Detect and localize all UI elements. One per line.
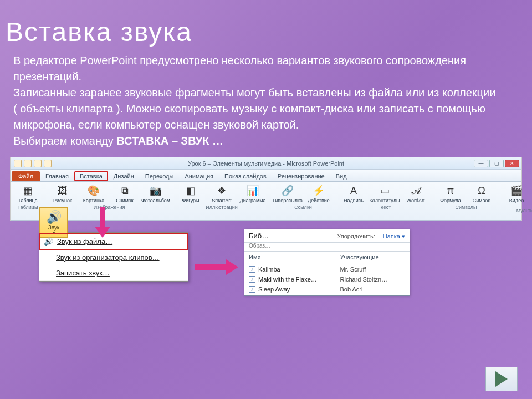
ribbon-body: ▦ Таблица Таблицы 🖼Рисунок 🎨Картинка ⧉Сн… — [11, 182, 521, 221]
album-icon: 📷 — [149, 183, 163, 198]
group-title: Ссылки — [294, 204, 312, 210]
lower-area: 🔊 Звук ▾ 🔊 Звук из файла… Звук из органи… — [0, 232, 532, 360]
btn-chart[interactable]: 📊Диаграмма — [239, 183, 267, 203]
btn-hyperlink[interactable]: 🔗Гиперссылка — [274, 183, 301, 203]
textbox-icon: A — [346, 183, 361, 198]
tab-transitions[interactable]: Переходы — [140, 171, 180, 181]
arrow-icon — [100, 207, 110, 238]
play-icon — [495, 371, 508, 387]
speaker-icon: 🔊 — [44, 237, 53, 246]
btn-screenshot[interactable]: ⧉Снимок — [111, 183, 139, 203]
close-button[interactable]: ✕ — [505, 160, 519, 167]
group-media: 🎬Видео 🔊Звук Мультимедиа — [499, 182, 532, 220]
qat-item[interactable] — [34, 160, 42, 167]
symbol-icon: Ω — [474, 183, 489, 198]
tab-insert[interactable]: Вставка — [74, 171, 108, 181]
qat-item[interactable] — [24, 160, 32, 167]
menu-sound-from-organizer[interactable]: Звук из организатора клипов… — [39, 250, 188, 265]
sound-button-label: Звук — [40, 224, 67, 231]
powerpoint-ribbon: Урок 6 – Элементы мультимедиа - Microsof… — [10, 157, 522, 221]
body-p2: Записанные заранее звуковые фрагменты мо… — [13, 86, 495, 131]
chart-icon: 📊 — [245, 183, 260, 198]
tab-home[interactable]: Главная — [40, 171, 74, 181]
qat-item[interactable] — [14, 160, 22, 167]
group-links: 🔗Гиперссылка ⚡Действие Ссылки — [270, 182, 336, 220]
body-p3-prefix: Выбираем команду — [13, 135, 116, 147]
btn-clipart[interactable]: 🎨Картинка — [80, 183, 108, 203]
breadcrumb[interactable]: Биб… — [249, 232, 269, 240]
tab-file[interactable]: Файл — [12, 171, 40, 181]
sound-dropdown-menu: 🔊 Звук ▾ 🔊 Звук из файла… Звук из органи… — [39, 232, 188, 282]
btn-wordart[interactable]: 𝒜WordArt — [402, 183, 429, 203]
list-item[interactable]: ♪Sleep Away Bob Acri — [244, 284, 410, 294]
col-name[interactable]: Имя — [249, 254, 340, 260]
table-icon: ▦ — [21, 183, 35, 198]
col-artist[interactable]: Участвующие — [340, 254, 406, 260]
smartart-icon: ❖ — [214, 183, 229, 198]
folder-dropdown[interactable]: Папка ▾ — [383, 233, 405, 240]
picture-icon: 🖼 — [55, 183, 70, 198]
video-icon: 🎬 — [509, 183, 524, 198]
screenshot-icon: ⧉ — [117, 183, 132, 198]
ribbon-tabs: Файл Главная Вставка Дизайн Переходы Ани… — [11, 170, 521, 182]
btn-textbox[interactable]: AНадпись — [340, 183, 367, 203]
wordart-icon: 𝒜 — [408, 183, 423, 198]
qat-item[interactable] — [44, 160, 52, 167]
file-rows: ♪Kalimba Mr. Scruff ♪Maid with the Flaxe… — [244, 263, 410, 295]
tab-slideshow[interactable]: Показ слайдов — [219, 171, 272, 181]
btn-symbol[interactable]: ΩСимвол — [468, 183, 495, 203]
clipart-icon: 🎨 — [86, 183, 101, 198]
group-text: AНадпись ▭Колонтитулы 𝒜WordArt Текст — [336, 182, 433, 220]
btn-formula[interactable]: πФормула — [437, 183, 464, 203]
headerfooter-icon: ▭ — [377, 183, 392, 198]
next-slide-button[interactable] — [485, 367, 518, 391]
tab-view[interactable]: Вид — [330, 171, 352, 181]
window-titlebar: Урок 6 – Элементы мультимедиа - Microsof… — [11, 157, 521, 170]
tab-review[interactable]: Рецензирование — [272, 171, 330, 181]
body-p3-bold: ВСТАВКА – ЗВУК … — [116, 135, 223, 147]
hyperlink-icon: 🔗 — [280, 183, 295, 198]
group-illustrations: ◧Фигуры ❖SmartArt 📊Диаграмма Иллюстрации — [173, 182, 270, 220]
group-title: Таблицы — [18, 204, 38, 210]
file-open-dialog: Биб… Упорядочить: Папка ▾ Образ… Имя Уча… — [244, 229, 410, 296]
btn-picture[interactable]: 🖼Рисунок — [49, 183, 76, 203]
list-item[interactable]: ♪Maid with the Flaxe… Richard Stoltzn… — [244, 274, 410, 284]
slide-title: Вставка звука — [0, 0, 532, 53]
speaker-icon: 🔊 — [40, 210, 67, 224]
tab-design[interactable]: Дизайн — [108, 171, 140, 181]
list-item[interactable]: ♪Kalimba Mr. Scruff — [244, 264, 410, 274]
btn-album[interactable]: 📷Фотоальбом — [142, 183, 170, 203]
tab-animations[interactable]: Анимация — [179, 171, 219, 181]
quick-access-toolbar — [11, 160, 52, 167]
group-symbols: πФормула ΩСимвол Символы — [433, 182, 499, 220]
btn-smartart[interactable]: ❖SmartArt — [208, 183, 236, 203]
group-title: Текст — [378, 204, 391, 210]
slide-body: В редакторе PowerPoint предусмотрено нес… — [0, 53, 510, 149]
menu-record-sound[interactable]: Записать звук… — [39, 265, 188, 281]
body-p1: В редакторе PowerPoint предусмотрено нес… — [13, 54, 466, 83]
maximize-button[interactable]: ▢ — [489, 160, 504, 167]
btn-table[interactable]: ▦ Таблица — [14, 183, 42, 203]
sort-label: Упорядочить: — [337, 233, 375, 239]
btn-shapes[interactable]: ◧Фигуры — [177, 183, 204, 203]
music-note-icon: ♪ — [249, 276, 255, 283]
group-title: Символы — [456, 204, 477, 210]
shapes-icon: ◧ — [183, 183, 198, 198]
btn-action[interactable]: ⚡Действие — [305, 183, 332, 203]
menu-sound-from-file[interactable]: 🔊 Звук из файла… — [39, 233, 188, 250]
formula-icon: π — [443, 183, 458, 198]
music-note-icon: ♪ — [249, 266, 255, 273]
btn-headerfooter[interactable]: ▭Колонтитулы — [371, 183, 398, 203]
column-headers[interactable]: Имя Участвующие — [244, 252, 410, 263]
action-icon: ⚡ — [311, 183, 326, 198]
music-note-icon: ♪ — [249, 286, 255, 293]
group-title: Иллюстрации — [206, 204, 238, 210]
group-title: Мультимедиа — [516, 208, 532, 213]
breadcrumb-sub: Образ… — [244, 243, 410, 252]
minimize-button[interactable]: — — [474, 160, 488, 167]
btn-video[interactable]: 🎬Видео — [503, 183, 530, 207]
window-caption: Урок 6 – Элементы мультимедиа - Microsof… — [188, 160, 344, 167]
